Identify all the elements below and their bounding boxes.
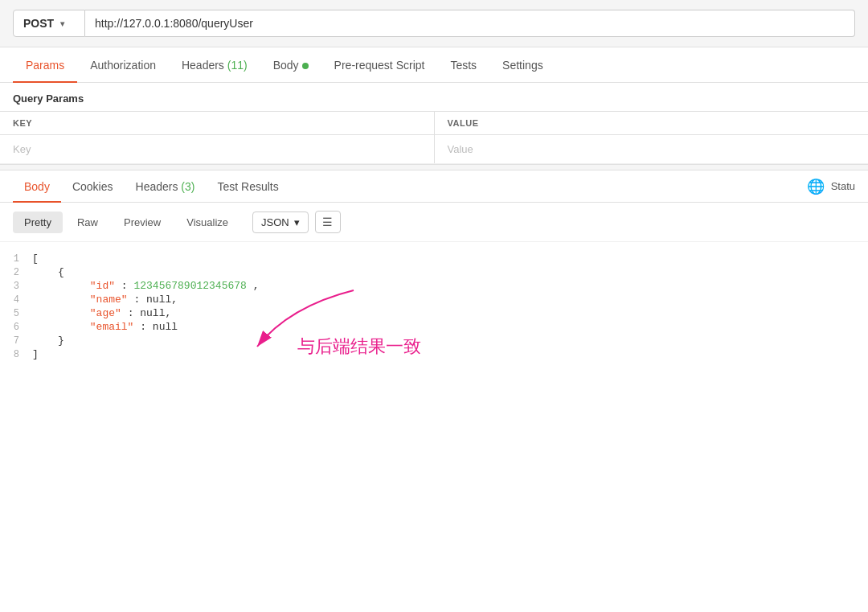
value-cell: Value	[434, 135, 868, 164]
response-tab-test-results[interactable]: Test Results	[206, 170, 289, 203]
format-raw[interactable]: Raw	[66, 212, 109, 233]
json-line-5: 5 "age" : null,	[0, 306, 868, 320]
params-table: KEY VALUE Key Value	[0, 111, 868, 164]
response-tab-body[interactable]: Body	[13, 170, 61, 203]
request-tabs: Params Authorization Headers (11) Body P…	[0, 47, 868, 83]
wrap-button[interactable]: ☰	[315, 211, 341, 233]
section-divider	[0, 164, 868, 170]
key-header: KEY	[0, 112, 434, 135]
tab-params[interactable]: Params	[13, 47, 77, 83]
response-right: 🌐 Statu	[807, 178, 855, 195]
tab-authorization[interactable]: Authorization	[77, 47, 169, 83]
format-type-chevron: ▾	[294, 216, 300, 228]
response-tab-headers[interactable]: Headers (3)	[125, 170, 207, 203]
key-cell: Key	[0, 135, 434, 164]
tab-tests[interactable]: Tests	[437, 47, 489, 83]
tab-pre-request[interactable]: Pre-request Script	[321, 47, 438, 83]
json-line-7: 7 }	[0, 334, 868, 347]
query-params-title: Query Params	[0, 83, 868, 111]
globe-icon: 🌐	[807, 178, 825, 195]
url-bar: POST ▾	[0, 0, 868, 47]
body-dot	[302, 63, 309, 69]
format-type-select[interactable]: JSON ▾	[252, 212, 309, 233]
format-bar: Pretty Raw Preview Visualize JSON ▾ ☰	[0, 203, 868, 242]
json-content: 1 [ 2 { 3 "id" : 123456789012345678 , 4 …	[0, 242, 868, 371]
format-visualize[interactable]: Visualize	[175, 212, 240, 233]
status-text: Statu	[831, 180, 855, 192]
wrap-icon: ☰	[322, 216, 333, 228]
json-line-4: 4 "name" : null,	[0, 293, 868, 306]
value-header: VALUE	[434, 112, 868, 135]
url-input[interactable]	[85, 10, 855, 37]
json-line-2: 2 {	[0, 265, 868, 279]
json-line-8: 8 ]	[0, 347, 868, 361]
tab-body[interactable]: Body	[260, 47, 321, 83]
json-line-6: 6 "email" : null	[0, 320, 868, 334]
tab-headers[interactable]: Headers (11)	[169, 47, 260, 83]
json-line-3: 3 "id" : 123456789012345678 ,	[0, 279, 868, 293]
format-pretty[interactable]: Pretty	[13, 212, 63, 233]
json-line-1: 1 [	[0, 252, 868, 265]
format-preview[interactable]: Preview	[113, 212, 172, 233]
main-container: POST ▾ Params Authorization Headers (11)…	[0, 0, 868, 612]
format-type-label: JSON	[261, 216, 289, 228]
method-label: POST	[23, 17, 54, 30]
response-tab-cookies[interactable]: Cookies	[61, 170, 125, 203]
tab-settings[interactable]: Settings	[489, 47, 556, 83]
method-chevron: ▾	[60, 19, 64, 28]
response-tabs: Body Cookies Headers (3) Test Results 🌐 …	[0, 170, 868, 203]
method-select[interactable]: POST ▾	[13, 10, 85, 37]
table-row: Key Value	[0, 135, 868, 164]
